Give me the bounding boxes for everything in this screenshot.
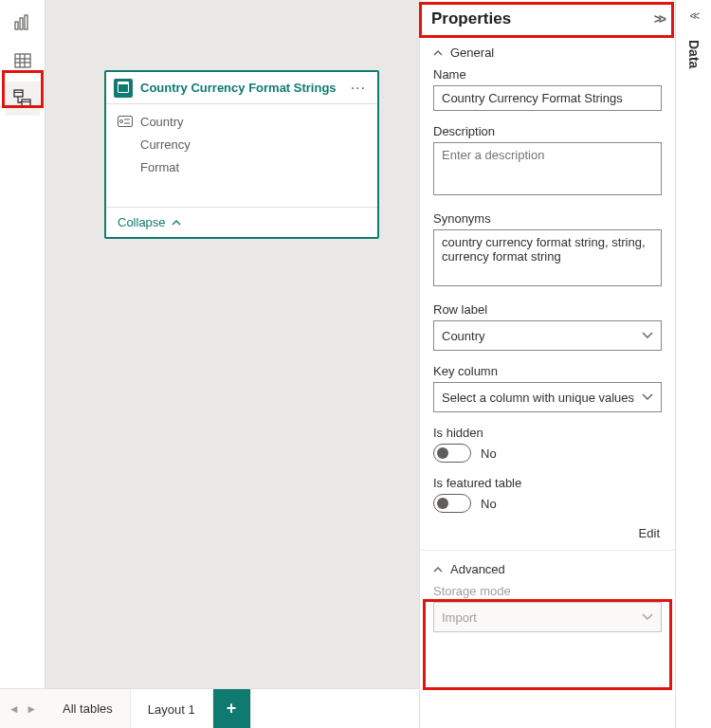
tab-nav-arrows[interactable]: ◄ ► xyxy=(0,689,46,728)
properties-header: Properties >> xyxy=(420,0,675,38)
synonyms-label: Synonyms xyxy=(433,211,662,226)
table-card-title: Country Currency Format Strings xyxy=(140,81,347,95)
name-label: Name xyxy=(433,67,662,82)
data-panel-label[interactable]: Data xyxy=(686,40,702,68)
is-hidden-status: No xyxy=(481,446,497,461)
chevron-down-icon xyxy=(642,613,653,621)
row-label-value: Country xyxy=(442,329,642,343)
chevron-down-icon xyxy=(642,393,653,401)
model-canvas[interactable]: Country Currency Format Strings ··· Coun… xyxy=(46,0,419,688)
storage-mode-value: Import xyxy=(442,610,642,625)
key-column-label: Key column xyxy=(433,364,662,378)
description-input[interactable] xyxy=(433,142,662,195)
key-column-select[interactable]: Select a column with unique values xyxy=(433,382,662,412)
section-advanced[interactable]: Advanced xyxy=(420,550,675,580)
is-featured-toggle[interactable] xyxy=(433,494,471,513)
field-name: Format xyxy=(140,160,179,174)
report-view-button[interactable] xyxy=(6,6,40,40)
svg-rect-8 xyxy=(14,90,23,97)
svg-rect-0 xyxy=(15,22,18,29)
properties-body: General Name Description Synonyms Row la… xyxy=(420,38,675,728)
model-icon xyxy=(13,89,32,108)
table-card-collapse[interactable]: Collapse xyxy=(106,207,377,237)
field-row[interactable]: Format xyxy=(106,155,377,178)
properties-title: Properties xyxy=(431,9,511,28)
data-view-button[interactable] xyxy=(6,44,40,78)
prop-description: Description xyxy=(420,120,675,208)
table-card[interactable]: Country Currency Format Strings ··· Coun… xyxy=(104,70,379,239)
field-row[interactable]: Currency xyxy=(106,133,377,155)
table-icon xyxy=(14,52,31,69)
bar-chart-icon xyxy=(14,14,31,31)
svg-point-13 xyxy=(120,120,123,123)
table-card-fields: Country Currency Format xyxy=(106,104,377,207)
section-general-label: General xyxy=(450,46,494,60)
name-input[interactable] xyxy=(433,85,662,111)
left-nav-rail xyxy=(0,0,46,728)
collapse-data-panel-button[interactable]: << xyxy=(689,9,697,23)
prop-synonyms: Synonyms xyxy=(420,208,675,299)
edit-link[interactable]: Edit xyxy=(420,522,675,550)
prop-row-label: Row label Country xyxy=(420,299,675,360)
tab-layout-1[interactable]: Layout 1 xyxy=(131,689,213,728)
svg-rect-2 xyxy=(25,15,27,29)
storage-mode-select: Import xyxy=(433,602,662,632)
expand-panel-button[interactable]: >> xyxy=(654,11,664,27)
collapse-label: Collapse xyxy=(118,215,166,229)
prop-name: Name xyxy=(420,64,675,120)
chevron-up-icon xyxy=(172,219,181,227)
key-field-icon xyxy=(118,116,135,127)
key-column-value: Select a column with unique values xyxy=(442,391,642,405)
prop-storage-mode: Storage mode Import xyxy=(420,580,675,642)
is-hidden-toggle[interactable] xyxy=(433,444,471,463)
prop-is-featured: Is featured table No xyxy=(420,472,675,522)
description-label: Description xyxy=(433,124,662,138)
svg-rect-1 xyxy=(20,18,23,29)
field-name: Currency xyxy=(140,137,191,152)
storage-mode-label: Storage mode xyxy=(433,584,662,598)
prop-is-hidden: Is hidden No xyxy=(420,422,675,472)
prop-key-column: Key column Select a column with unique v… xyxy=(420,360,675,422)
section-advanced-label: Advanced xyxy=(450,562,505,576)
model-view-button[interactable] xyxy=(6,82,40,116)
field-name: Country xyxy=(140,115,184,129)
row-label-select[interactable]: Country xyxy=(433,320,662,351)
row-label-label: Row label xyxy=(433,302,662,317)
is-featured-status: No xyxy=(481,497,497,511)
tab-all-tables[interactable]: All tables xyxy=(46,689,131,728)
table-card-more-button[interactable]: ··· xyxy=(347,80,370,97)
chevron-down-icon xyxy=(642,332,653,339)
chevron-up-icon xyxy=(433,566,443,573)
table-card-header[interactable]: Country Currency Format Strings ··· xyxy=(106,72,377,104)
section-general[interactable]: General xyxy=(420,38,675,64)
data-panel-collapsed: << Data xyxy=(675,0,711,728)
chevron-up-icon xyxy=(433,49,443,57)
add-layout-button[interactable]: + xyxy=(213,689,251,728)
synonyms-input[interactable] xyxy=(433,229,662,286)
svg-rect-10 xyxy=(22,100,30,106)
svg-rect-3 xyxy=(15,54,30,67)
properties-panel: Properties >> General Name Description S… xyxy=(419,0,675,728)
is-featured-label: Is featured table xyxy=(433,476,662,490)
field-row[interactable]: Country xyxy=(106,110,377,133)
table-card-icon xyxy=(114,79,133,98)
is-hidden-label: Is hidden xyxy=(433,426,662,440)
